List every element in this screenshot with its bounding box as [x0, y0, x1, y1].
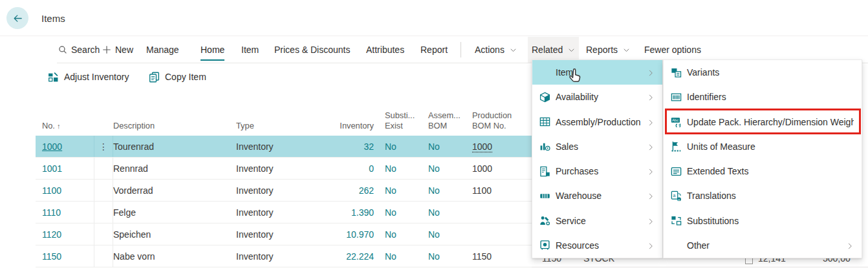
- new-button[interactable]: New: [98, 37, 137, 63]
- tab-home[interactable]: Home: [197, 37, 228, 63]
- item-assembly-bom[interactable]: No: [428, 185, 472, 196]
- assembly-production-icon: [539, 116, 550, 128]
- menu-item-label: Assembly/Production: [556, 117, 647, 127]
- item-inventory[interactable]: 262: [317, 185, 374, 196]
- menu-item-variants[interactable]: Variants: [664, 60, 862, 85]
- item-substitutions-exist[interactable]: No: [385, 163, 428, 174]
- item-production-bom-no[interactable]: 1000: [472, 163, 525, 174]
- menu-item-other[interactable]: Other: [664, 233, 862, 258]
- chevron-right-icon: [647, 167, 655, 175]
- row-ellipsis-menu[interactable]: ⋮: [94, 136, 113, 157]
- row-ellipsis-spacer: [94, 180, 113, 201]
- tab-report[interactable]: Report: [417, 37, 451, 63]
- purchases-icon: [539, 165, 550, 177]
- column-header-inventory[interactable]: Inventory: [317, 121, 374, 131]
- tab-item[interactable]: Item: [237, 37, 263, 63]
- item-inventory[interactable]: 22.224: [317, 251, 374, 262]
- item-no-link[interactable]: 1120: [36, 229, 94, 240]
- menu-item-item[interactable]: Item: [532, 60, 662, 85]
- menu-item-service[interactable]: Service: [532, 209, 662, 233]
- item-substitutions-exist[interactable]: No: [385, 251, 428, 262]
- menu-item-units-of-measure[interactable]: Units of Measure: [664, 134, 862, 159]
- item-inventory[interactable]: 1.390: [317, 207, 374, 218]
- tab-report-label: Report: [420, 45, 448, 55]
- manage-button[interactable]: Manage: [142, 37, 183, 63]
- item-description[interactable]: Vorderrad: [113, 185, 236, 196]
- back-button[interactable]: [6, 7, 28, 29]
- item-inventory[interactable]: 0: [317, 163, 374, 174]
- item-type[interactable]: Inventory: [236, 251, 317, 262]
- item-assembly-bom[interactable]: No: [428, 207, 472, 218]
- tab-prices-discounts[interactable]: Prices & Discounts: [270, 37, 354, 63]
- menu-item-warehouse[interactable]: Warehouse: [532, 183, 662, 208]
- item-substitutions-exist[interactable]: No: [385, 141, 428, 152]
- item-no-link[interactable]: 1001: [36, 163, 94, 174]
- item-substitutions-exist[interactable]: No: [385, 229, 428, 240]
- item-production-bom-no[interactable]: 1100: [472, 185, 525, 196]
- table-row[interactable]: 1001 Rennrad Inventory 0 No No 1000: [36, 158, 532, 180]
- menu-item-update-pack-hierarchy-dimension-weight[interactable]: Update Pack. Hierarchy/Dimension Weight: [664, 110, 862, 134]
- column-header-description[interactable]: Description: [113, 121, 236, 131]
- column-header-assembly-bom[interactable]: Assem... BOM: [428, 110, 472, 131]
- tab-attributes-label: Attributes: [366, 45, 404, 55]
- item-type[interactable]: Inventory: [236, 163, 317, 174]
- column-header-no[interactable]: No.↑: [36, 121, 94, 131]
- item-inventory[interactable]: 10.970: [317, 229, 374, 240]
- table-row[interactable]: 1100 Vorderrad Inventory 262 No No 1100: [36, 180, 532, 202]
- menu-item-purchases[interactable]: Purchases: [532, 159, 662, 183]
- item-assembly-bom[interactable]: No: [428, 163, 472, 174]
- item-inventory[interactable]: 32: [317, 141, 374, 152]
- no-header-label: No.: [42, 121, 55, 130]
- resources-icon: [539, 240, 550, 251]
- copy-item-button[interactable]: Copy Item: [149, 63, 206, 90]
- table-row[interactable]: 1000 ⋮ Tourenrad Inventory 32 No No 1000: [36, 136, 532, 158]
- item-description[interactable]: Felge: [113, 207, 236, 218]
- item-no-link[interactable]: 1150: [36, 251, 94, 262]
- item-assembly-bom[interactable]: No: [428, 251, 472, 262]
- fewer-options-button[interactable]: Fewer options: [640, 37, 705, 63]
- adjust-inventory-button[interactable]: Adjust Inventory: [48, 63, 129, 90]
- item-type[interactable]: Inventory: [236, 185, 317, 196]
- menu-item-identifiers[interactable]: Identifiers: [664, 85, 862, 109]
- item-description[interactable]: Tourenrad: [113, 141, 236, 152]
- menu-item-label: Service: [556, 216, 647, 226]
- menu-item-sales[interactable]: Sales: [532, 134, 662, 159]
- menu-item-assembly-production[interactable]: Assembly/Production: [532, 110, 662, 134]
- menu-item-translations[interactable]: Translations: [664, 183, 862, 208]
- item-no-link[interactable]: 1110: [36, 207, 94, 218]
- variants-icon: [670, 67, 682, 78]
- column-header-type[interactable]: Type: [236, 121, 317, 131]
- column-header-production-bom-no[interactable]: Production BOM No.: [472, 110, 525, 131]
- menu-item-label: Substitutions: [687, 216, 854, 226]
- item-description[interactable]: Rennrad: [113, 163, 236, 174]
- tab-attributes[interactable]: Attributes: [362, 37, 408, 63]
- actions-menu-button[interactable]: Actions: [471, 37, 521, 63]
- table-row[interactable]: 1120 Speichen Inventory 10.970 No No: [36, 223, 532, 245]
- empty-icon-placeholder: [670, 240, 682, 251]
- table-row[interactable]: 1110 Felge Inventory 1.390 No No: [36, 202, 532, 223]
- item-type[interactable]: Inventory: [236, 207, 317, 218]
- table-row[interactable]: 1150 Nabe vorn Inventory 22.224 No No 11…: [36, 245, 532, 267]
- item-no-link[interactable]: 1100: [36, 185, 94, 196]
- menu-item-extended-texts[interactable]: Extended Texts: [664, 159, 862, 183]
- item-assembly-bom[interactable]: No: [428, 229, 472, 240]
- menu-item-availability[interactable]: Availability: [532, 85, 662, 109]
- column-header-substitutions-exist[interactable]: Substi... Exist: [385, 110, 428, 131]
- search-button[interactable]: Search: [54, 37, 103, 63]
- related-menu-button[interactable]: Related: [528, 37, 579, 63]
- menu-item-substitutions[interactable]: Substitutions: [664, 209, 862, 233]
- menu-item-resources[interactable]: Resources: [532, 233, 662, 258]
- copy-icon: [149, 72, 160, 83]
- item-description[interactable]: Speichen: [113, 229, 236, 240]
- identifiers-icon: [670, 91, 682, 103]
- item-production-bom-no[interactable]: 1150: [472, 251, 525, 262]
- item-assembly-bom[interactable]: No: [428, 141, 472, 152]
- item-production-bom-no[interactable]: 1000: [472, 141, 525, 152]
- item-description[interactable]: Nabe vorn: [113, 251, 236, 262]
- item-substitutions-exist[interactable]: No: [385, 207, 428, 218]
- item-no-link[interactable]: 1000: [36, 141, 94, 152]
- item-substitutions-exist[interactable]: No: [385, 185, 428, 196]
- item-type[interactable]: Inventory: [236, 229, 317, 240]
- item-type[interactable]: Inventory: [236, 141, 317, 152]
- reports-menu-button[interactable]: Reports: [582, 37, 634, 63]
